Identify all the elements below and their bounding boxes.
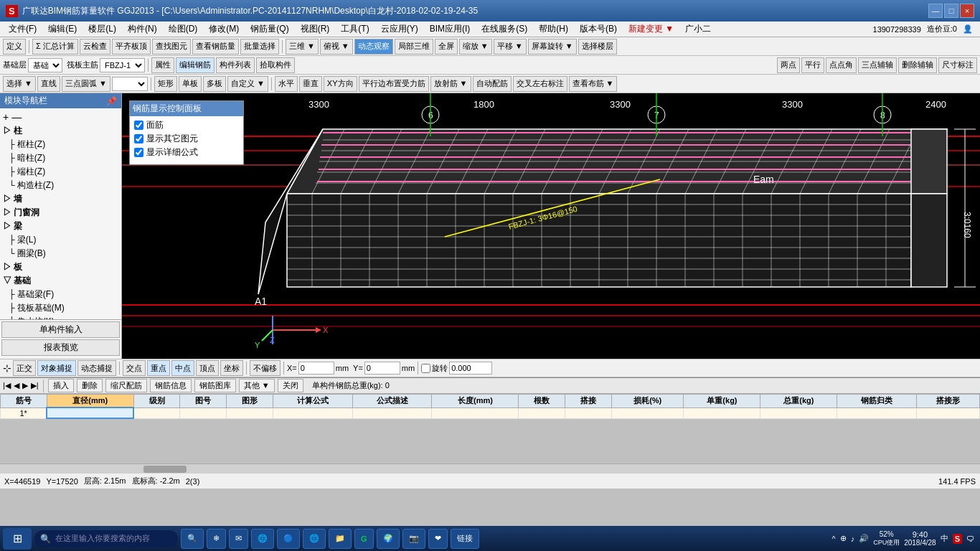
btn-radial[interactable]: 放射筋 ▼	[430, 76, 471, 92]
btn-snap-object[interactable]: 对象捕捉	[37, 360, 76, 376]
btn-two-points[interactable]: 两点	[777, 57, 800, 73]
btn-rebar-info[interactable]: 钢筋信息	[150, 379, 192, 392]
btn-3d[interactable]: 三维 ▼	[286, 39, 319, 55]
nav-prev-icon[interactable]: ◀	[14, 381, 19, 390]
nav-group-beam[interactable]: ▷ 梁	[1, 220, 120, 233]
btn-close-table[interactable]: 关闭	[278, 379, 303, 392]
nav-right-icon[interactable]: ▶|	[31, 381, 39, 390]
h-scrollbar[interactable]	[0, 463, 980, 474]
menu-version[interactable]: 版本号(B)	[574, 22, 623, 37]
x-input[interactable]	[298, 362, 334, 375]
btn-property[interactable]: 属性	[151, 57, 174, 73]
taskbar-item-link[interactable]: 链接	[451, 529, 479, 549]
search-bar[interactable]: 🔍 在这里输入你要搜索的内容	[34, 530, 178, 547]
checkbox-show-formula[interactable]: 显示详细公式	[134, 146, 239, 159]
drawing-area[interactable]: 3300 1800 3300 3300 2400 6 7 8	[122, 93, 980, 359]
btn-no-offset[interactable]: 不偏移	[250, 360, 281, 376]
menu-new-change[interactable]: 新建变更 ▼	[623, 22, 679, 37]
close-button[interactable]: ×	[960, 4, 974, 18]
btn-vert[interactable]: 垂直	[299, 76, 322, 92]
btn-cross-mark[interactable]: 交叉左右标注	[513, 76, 567, 92]
btn-cloud-check[interactable]: 云检查	[80, 39, 110, 55]
nav-item-end-col[interactable]: ├ 端柱(Z)	[7, 165, 120, 179]
taskbar-item-3[interactable]: ✉	[229, 529, 248, 549]
menu-floor[interactable]: 楼层(L)	[83, 22, 122, 37]
btn-view-layout[interactable]: 查看布筋 ▼	[569, 76, 618, 92]
rotate-input[interactable]	[449, 362, 492, 375]
btn-align-slab[interactable]: 平齐板顶	[112, 39, 151, 55]
btn-horiz[interactable]: 水平	[275, 76, 298, 92]
taskbar-item-10[interactable]: ❤	[428, 529, 448, 549]
taskbar-item-2[interactable]: ❄	[207, 529, 226, 549]
btn-batch-select[interactable]: 批量选择	[240, 39, 279, 55]
btn-find-elem[interactable]: 查找图元	[152, 39, 191, 55]
menu-edit[interactable]: 编辑(E)	[42, 22, 83, 37]
menu-online[interactable]: 在线服务(S)	[476, 22, 533, 37]
btn-rebar-lib[interactable]: 钢筋图库	[194, 379, 236, 392]
nav-group-door[interactable]: ▷ 门窗洞	[1, 206, 120, 220]
btn-dim[interactable]: 尺寸标注	[938, 57, 977, 73]
taskbar-item-1[interactable]: 🔍	[181, 529, 204, 549]
btn-single-slab[interactable]: 单板	[179, 76, 202, 92]
menu-draw[interactable]: 绘图(D)	[163, 22, 204, 37]
btn-edit-rebar[interactable]: 编辑钢筋	[176, 57, 215, 73]
scroll-thumb[interactable]	[143, 466, 187, 473]
btn-scale-rebar[interactable]: 缩尺配筋	[105, 379, 147, 392]
btn-custom[interactable]: 自定义 ▼	[227, 76, 268, 92]
nav-item-beam[interactable]: ├ 梁(L)	[7, 233, 120, 247]
menu-file[interactable]: 文件(F)	[3, 22, 42, 37]
btn-local-3d[interactable]: 局部三维	[395, 39, 433, 55]
btn-snap-coord[interactable]: 坐标	[220, 360, 243, 376]
taskbar-item-7[interactable]: 📁	[329, 529, 352, 549]
taskbar-item-6[interactable]: 🌐	[303, 529, 326, 549]
btn-snap-dynamic[interactable]: 动态捕捉	[77, 360, 116, 376]
nav-add-icon[interactable]: +	[3, 111, 9, 123]
btn-insert[interactable]: 插入	[48, 379, 74, 392]
start-button[interactable]: ⊞	[3, 528, 32, 550]
nav-item-struct-col[interactable]: └ 构造柱(Z)	[7, 179, 120, 192]
btn-dynamic-view[interactable]: 动态观察	[354, 39, 393, 55]
btn-ortho[interactable]: 正交	[13, 360, 36, 376]
bar-select[interactable]: FBZJ-1	[100, 58, 145, 72]
menu-tools[interactable]: 工具(T)	[335, 22, 374, 37]
taskbar-item-8[interactable]: 🌍	[377, 529, 400, 549]
btn-report[interactable]: 报表预览	[1, 339, 120, 356]
nav-group-slab[interactable]: ▷ 板	[1, 260, 120, 274]
btn-point-angle[interactable]: 点点角	[826, 57, 857, 73]
nav-pin[interactable]: 📌	[106, 96, 117, 106]
nav-group-foundation[interactable]: ▽ 基础	[1, 274, 120, 288]
y-input[interactable]	[364, 362, 400, 375]
btn-screen-rotate[interactable]: 屏幕旋转 ▼	[528, 39, 577, 55]
taskbar-item-9[interactable]: 📷	[402, 529, 425, 549]
nav-item-frame-col[interactable]: ├ 框柱(Z)	[7, 138, 120, 151]
btn-snap-center[interactable]: 中点	[171, 360, 194, 376]
btn-calc[interactable]: Σ 汇总计算	[32, 39, 78, 55]
btn-arc[interactable]: 三点圆弧 ▼	[62, 76, 110, 92]
nav-item-dark-col[interactable]: ├ 暗柱(Z)	[7, 151, 120, 165]
nav-next-icon[interactable]: ▶	[22, 381, 28, 390]
btn-three-aux[interactable]: 三点辅轴	[858, 57, 897, 73]
show-formula-check[interactable]	[134, 148, 143, 157]
btn-auto-config[interactable]: 自动配筋	[473, 76, 512, 92]
maximize-button[interactable]: □	[944, 4, 958, 18]
clock[interactable]: 9:40 2018/4/28	[904, 530, 936, 547]
cpu-usage[interactable]: 52% CPU使用	[873, 530, 900, 547]
btn-other[interactable]: 其他 ▼	[239, 379, 275, 392]
btn-parallel[interactable]: 平行	[801, 57, 824, 73]
td-diameter[interactable]	[47, 408, 133, 418]
btn-parallel-slab[interactable]: 平行边布置受力筋	[359, 76, 429, 92]
menu-modify[interactable]: 修改(M)	[203, 22, 245, 37]
btn-select-floor[interactable]: 选择楼层	[578, 39, 617, 55]
btn-view-rebar[interactable]: 查看钢筋量	[192, 39, 239, 55]
face-bar-check[interactable]	[134, 121, 143, 130]
tray-lang[interactable]: 中	[941, 533, 948, 544]
show-other-check[interactable]	[134, 134, 143, 143]
menu-bim[interactable]: BIM应用(I)	[424, 22, 476, 37]
menu-help[interactable]: 帮助(H)	[533, 22, 574, 37]
shape-select[interactable]	[112, 77, 148, 91]
tray-expand[interactable]: ^	[831, 534, 835, 543]
tray-s[interactable]: S	[953, 534, 962, 544]
taskbar-item-4[interactable]: 🌐	[251, 529, 274, 549]
nav-item-raft[interactable]: ├ 筏板基础(M)	[7, 301, 120, 315]
table-scroll[interactable]: 筋号 直径(mm) 级别 图号 图形 计算公式 公式描述 长度(mm) 根数 搭…	[0, 394, 980, 463]
